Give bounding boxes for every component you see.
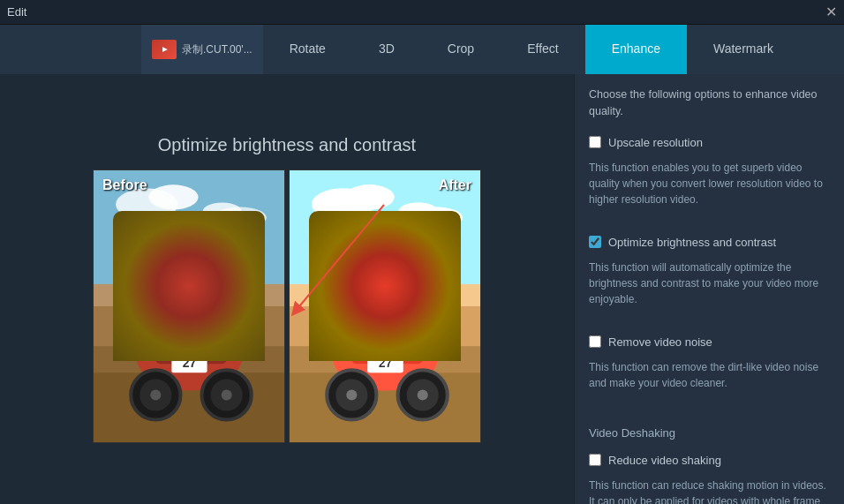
brightness-checkbox[interactable] — [589, 236, 601, 248]
brightness-option-row: Optimize brightness and contrast — [589, 236, 830, 249]
brightness-label[interactable]: Optimize brightness and contrast — [608, 236, 776, 249]
svg-rect-31 — [351, 337, 422, 364]
deshaking-option-row: Reduce video shaking — [589, 454, 830, 467]
close-button[interactable]: ✕ — [825, 6, 837, 19]
svg-point-13 — [150, 389, 161, 400]
noise-desc: This function can remove the dirt-like v… — [589, 359, 830, 391]
after-label: After — [439, 177, 471, 193]
noise-checkbox[interactable] — [589, 335, 601, 348]
tab-effect[interactable]: Effect — [501, 25, 585, 74]
deshaking-section-label: Video Deshaking — [589, 423, 830, 443]
svg-point-38 — [365, 302, 404, 337]
svg-point-17 — [170, 302, 208, 337]
tab-crop[interactable]: Crop — [421, 25, 501, 74]
svg-point-2 — [148, 184, 198, 209]
intro-text: Choose the following options to enhance … — [589, 87, 830, 120]
svg-text:27: 27 — [183, 356, 197, 370]
right-panel: Choose the following options to enhance … — [574, 74, 844, 504]
file-icon: ▶ — [152, 40, 177, 59]
main-content: Optimize brightness and contrast — [0, 74, 844, 504]
deshaking-desc: This function can reduce shaking motion … — [589, 478, 830, 505]
window-title: Edit — [7, 5, 26, 19]
file-tab-label: 录制.CUT.00'... — [182, 42, 252, 57]
tab-rotate[interactable]: Rotate — [263, 25, 352, 74]
after-preview: 27 After — [289, 169, 481, 443]
svg-point-25 — [399, 202, 438, 220]
svg-point-34 — [346, 389, 357, 400]
svg-point-16 — [222, 389, 232, 400]
preview-title: Optimize brightness and contrast — [158, 135, 416, 155]
tab-watermark[interactable]: Watermark — [687, 25, 800, 74]
svg-point-37 — [418, 389, 428, 400]
svg-text:27: 27 — [379, 356, 393, 370]
deshaking-checkbox[interactable] — [589, 454, 601, 466]
noise-label[interactable]: Remove video noise — [608, 335, 712, 349]
svg-point-23 — [344, 184, 394, 209]
svg-point-18 — [173, 318, 205, 335]
preview-images: 27 Before — [93, 169, 481, 443]
after-image: 27 — [290, 170, 480, 442]
tab-3d[interactable]: 3D — [352, 25, 421, 74]
upscale-desc: This function enables you to get superb … — [589, 160, 830, 207]
title-bar: Edit ✕ — [0, 0, 844, 25]
upscale-option-row: Upscale resolution — [589, 136, 830, 149]
before-label: Before — [102, 177, 147, 193]
before-image: 27 — [94, 170, 284, 442]
left-panel: Optimize brightness and contrast — [0, 74, 574, 504]
noise-option-row: Remove video noise — [589, 335, 830, 349]
deshaking-label[interactable]: Reduce video shaking — [608, 454, 721, 467]
svg-point-4 — [203, 202, 242, 220]
upscale-label[interactable]: Upscale resolution — [608, 136, 703, 149]
brightness-desc: This function will automatically optimiz… — [589, 260, 830, 307]
tab-enhance[interactable]: Enhance — [585, 25, 687, 74]
upscale-checkbox[interactable] — [589, 136, 601, 148]
tabs-bar: ▶ 录制.CUT.00'... Rotate 3D Crop Effect En… — [0, 25, 844, 74]
before-preview: 27 Before — [93, 169, 285, 443]
svg-point-39 — [369, 318, 401, 335]
file-tab[interactable]: ▶ 录制.CUT.00'... — [141, 25, 263, 74]
svg-rect-10 — [155, 337, 226, 364]
